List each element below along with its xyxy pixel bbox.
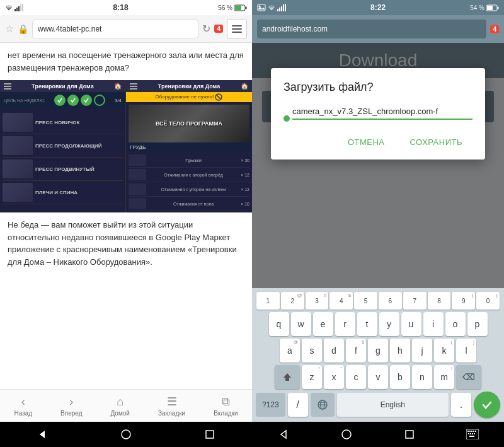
- left-content-area: нет времени на посещение тренажерного за…: [0, 43, 252, 389]
- key-w[interactable]: w: [291, 312, 311, 336]
- filename-input[interactable]: [292, 104, 472, 120]
- right-right-icons: 54 %: [470, 4, 499, 11]
- notice-bar: Оборудование не нужно!: [126, 92, 252, 102]
- key-d[interactable]: d: [324, 339, 344, 363]
- sys-back-btn-left[interactable]: [35, 427, 50, 442]
- key-c[interactable]: c: [346, 365, 366, 389]
- key-l[interactable]: l): [456, 339, 476, 363]
- ex-name-2: Отжимания с опорой вперёд: [164, 173, 223, 177]
- key-e[interactable]: e: [313, 312, 333, 336]
- key-r[interactable]: r: [335, 312, 355, 336]
- key-123[interactable]: ?123: [256, 393, 285, 417]
- system-bar-right: [252, 422, 504, 447]
- dialog-cancel-button[interactable]: ОТМЕНА: [338, 132, 395, 152]
- check-icon: [57, 98, 62, 103]
- key-2[interactable]: 2@: [281, 292, 304, 310]
- key-9[interactable]: 9(: [452, 292, 475, 310]
- key-1[interactable]: 1: [256, 292, 280, 310]
- key-f[interactable]: f$: [346, 339, 366, 363]
- key-t[interactable]: t: [357, 312, 377, 336]
- all-body-label: ВСЁ ТЕЛО ПРОГРАММА: [156, 120, 222, 127]
- key-backspace[interactable]: ⌫: [456, 365, 481, 389]
- url-text-right: androidfilehost.com: [262, 25, 328, 33]
- reload-icon[interactable]: ↻: [202, 23, 210, 35]
- key-3[interactable]: 3#: [306, 292, 329, 310]
- key-h[interactable]: h: [390, 339, 410, 363]
- url-input-right[interactable]: androidfilehost.com: [257, 20, 486, 38]
- key-i[interactable]: i: [423, 312, 444, 336]
- ex-row-2: Отжимания с опорой вперёд × 12: [129, 168, 249, 182]
- address-bar-right[interactable]: androidfilehost.com 4: [252, 15, 504, 43]
- svg-rect-26: [285, 4, 286, 11]
- key-s[interactable]: s: [302, 339, 322, 363]
- key-p[interactable]: p: [467, 312, 488, 336]
- key-y[interactable]: y: [379, 312, 399, 336]
- sys-recent-btn-left[interactable]: [202, 427, 217, 442]
- key-a[interactable]: a@: [280, 339, 300, 363]
- svg-rect-13: [130, 88, 137, 90]
- dialog-buttons: ОТМЕНА СОХРАНИТЬ: [284, 132, 472, 152]
- workout-list: ПРЕСС НОВИЧОК ПРЕСС ПРОДОЛЖАЮЩИЙ ПРЕСС П…: [0, 108, 125, 207]
- svg-rect-49: [469, 436, 474, 437]
- signal-icon-right: [277, 4, 286, 11]
- key-u[interactable]: u: [401, 312, 421, 336]
- key-k[interactable]: k(: [434, 339, 454, 363]
- home-circle-icon: [120, 428, 132, 441]
- battery-text-right: 54 %: [470, 4, 484, 11]
- key-7[interactable]: 7: [403, 292, 427, 310]
- progress-dots: [54, 95, 105, 106]
- key-8[interactable]: 8: [428, 292, 451, 310]
- dialog-save-button[interactable]: СОХРАНИТЬ: [400, 132, 472, 152]
- address-bar-left[interactable]: ☆ 🔒 www.4tablet-pc.net ↻ 4: [0, 15, 252, 43]
- input-cursor-indicator: [284, 115, 290, 122]
- key-0[interactable]: 0): [476, 292, 500, 310]
- confirm-check-icon: [481, 399, 493, 410]
- key-slash[interactable]: /: [288, 393, 308, 417]
- key-4[interactable]: 4$: [329, 292, 353, 310]
- sys-back-btn-right[interactable]: [276, 427, 291, 442]
- sys-home-btn-left[interactable]: [118, 427, 134, 442]
- sys-keyboard-btn[interactable]: [465, 427, 480, 442]
- svg-point-17: [122, 430, 130, 439]
- key-v[interactable]: v: [368, 365, 388, 389]
- tab-count-left[interactable]: 4: [214, 25, 223, 33]
- key-j[interactable]: j: [412, 339, 432, 363]
- key-x[interactable]: x": [324, 365, 344, 389]
- sys-recent-btn-right[interactable]: [402, 427, 417, 442]
- ex-img-4: [129, 198, 146, 209]
- menu-button-left[interactable]: [227, 19, 247, 39]
- keyboard-row-2: a@ s d f$ g h j k( l): [255, 339, 501, 363]
- hamburger-small-icon-r: [130, 83, 137, 90]
- key-period[interactable]: .: [451, 393, 471, 417]
- key-b[interactable]: b: [390, 365, 410, 389]
- nav-home[interactable]: ⌂ Домой: [110, 395, 129, 417]
- key-z[interactable]: z*: [302, 365, 322, 389]
- nav-bookmarks[interactable]: ☰ Закладки: [158, 395, 185, 417]
- svg-line-15: [217, 95, 220, 99]
- svg-marker-16: [40, 431, 45, 438]
- nav-forward[interactable]: › Вперед: [60, 395, 82, 417]
- key-q[interactable]: q: [269, 312, 289, 336]
- keyboard-icon: [466, 429, 479, 439]
- sys-home-btn-right[interactable]: [339, 427, 354, 442]
- left-browser-panel: 8:18 56 % ☆ 🔒 www.4tablet-pc.net ↻ 4 нет…: [0, 0, 252, 447]
- key-space[interactable]: English: [337, 393, 449, 417]
- nav-back[interactable]: ‹ Назад: [14, 395, 32, 417]
- svg-rect-48: [474, 433, 475, 434]
- workout-name-3: ПРЕСС ПРОДВИНУТЫЙ: [35, 166, 94, 172]
- key-n[interactable]: n: [412, 365, 432, 389]
- nav-back-label: Назад: [14, 410, 32, 417]
- key-o[interactable]: o: [445, 312, 466, 336]
- key-shift[interactable]: [275, 365, 300, 389]
- notice-text: Оборудование не нужно!: [156, 94, 214, 100]
- nav-tabs[interactable]: ⧉ Вкладки: [214, 395, 238, 417]
- url-input-left[interactable]: www.4tablet-pc.net: [32, 20, 198, 38]
- tab-count-right[interactable]: 4: [490, 25, 499, 33]
- key-globe[interactable]: [311, 393, 335, 417]
- key-5[interactable]: 5: [354, 292, 377, 310]
- shift-icon: [282, 372, 292, 382]
- key-g[interactable]: g: [368, 339, 388, 363]
- key-6[interactable]: 6: [379, 292, 402, 310]
- key-m[interactable]: m!: [434, 365, 454, 389]
- key-confirm[interactable]: [474, 392, 500, 418]
